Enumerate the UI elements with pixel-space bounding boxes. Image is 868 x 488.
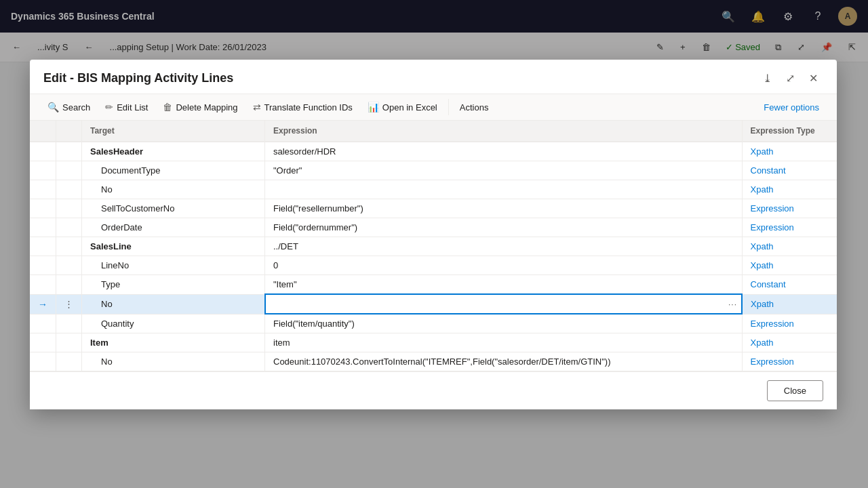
row-target: Item	[82, 333, 265, 352]
modal-minimize-button[interactable]: ⤓	[757, 68, 777, 88]
search-button[interactable]: 🔍 Search	[41, 98, 97, 116]
search-label: Search	[62, 102, 90, 113]
row-expression-type[interactable]: Xpath	[742, 142, 837, 161]
row-indicator	[30, 275, 56, 295]
actions-button[interactable]: Actions	[453, 99, 496, 116]
row-target: OrderDate	[82, 218, 265, 237]
row-target: No	[82, 294, 265, 314]
table-row: SalesLine../DETXpath	[30, 237, 837, 256]
modal-header: Edit - BIS Mapping Activity Lines ⤓ ⤢ ✕	[30, 60, 837, 94]
row-target: No	[82, 180, 265, 199]
translate-fn-label: Translate Function IDs	[264, 102, 353, 113]
row-expression: Field("ordernummer")	[265, 218, 743, 237]
row-expression-type[interactable]: Expression	[742, 199, 837, 218]
table-row: DocumentType"Order"Constant	[30, 161, 837, 180]
row-indicator	[30, 199, 56, 218]
col-header-expression: Expression	[265, 121, 743, 142]
row-expression-type[interactable]: Expression	[742, 314, 837, 333]
close-x-icon: ✕	[809, 72, 818, 85]
table-row: SalesHeadersalesorder/HDRXpath	[30, 142, 837, 161]
translate-fn-button[interactable]: ⇄ Translate Function IDs	[246, 98, 359, 116]
row-target: DocumentType	[82, 161, 265, 180]
row-indicator	[30, 314, 56, 333]
row-expression: Codeunit:11070243.ConvertToInternal("ITE…	[265, 352, 743, 371]
delete-mapping-button[interactable]: 🗑 Delete Mapping	[156, 98, 244, 116]
row-indicator: →	[30, 294, 56, 314]
row-context-menu	[56, 333, 82, 352]
row-target: Type	[82, 275, 265, 295]
search-icon: 🔍	[47, 102, 59, 113]
row-expression: salesorder/HDR	[265, 142, 743, 161]
row-context-menu	[56, 314, 82, 333]
table-row: LineNo0Xpath	[30, 256, 837, 275]
row-target: Quantity	[82, 314, 265, 333]
row-expression-type[interactable]: Xpath	[742, 180, 837, 199]
col-header-type: Expression Type	[742, 121, 837, 142]
row-expression-type[interactable]: Constant	[742, 275, 837, 295]
row-expression-type[interactable]: Constant	[742, 161, 837, 180]
row-indicator	[30, 333, 56, 352]
expression-ellipsis-button[interactable]: ···	[728, 300, 737, 309]
row-expression[interactable]: ···	[265, 294, 743, 314]
row-target: SalesLine	[82, 237, 265, 256]
mapping-table: Target Expression Expression Type SalesH…	[30, 121, 837, 371]
toolbar-more: Fewer options	[757, 99, 826, 116]
delete-mapping-icon: 🗑	[163, 102, 172, 113]
row-expression: "Item"	[265, 275, 743, 295]
edit-list-button[interactable]: ✏ Edit List	[98, 98, 155, 116]
col-header-indicator	[30, 121, 56, 142]
row-expression-type[interactable]: Xpath	[742, 333, 837, 352]
modal-table-container: Target Expression Expression Type SalesH…	[30, 121, 837, 371]
row-indicator	[30, 142, 56, 161]
row-target: SellToCustomerNo	[82, 199, 265, 218]
row-context-menu	[56, 218, 82, 237]
row-indicator	[30, 352, 56, 371]
row-context-menu	[56, 142, 82, 161]
open-excel-button[interactable]: 📊 Open in Excel	[361, 98, 444, 116]
row-target: SalesHeader	[82, 142, 265, 161]
excel-icon: 📊	[368, 102, 379, 113]
row-expression-type[interactable]: Expression	[742, 352, 837, 371]
modal-title: Edit - BIS Mapping Activity Lines	[43, 71, 233, 85]
row-indicator	[30, 218, 56, 237]
modal-overlay: Edit - BIS Mapping Activity Lines ⤓ ⤢ ✕ …	[0, 0, 868, 488]
table-row: Type"Item"Constant	[30, 275, 837, 295]
row-expression-type[interactable]: Xpath	[742, 294, 837, 314]
row-indicator	[30, 161, 56, 180]
row-expression: item	[265, 333, 743, 352]
actions-label: Actions	[460, 102, 489, 113]
expression-input[interactable]	[267, 296, 741, 312]
row-context-menu	[56, 256, 82, 275]
translate-icon: ⇄	[253, 102, 261, 113]
row-indicator	[30, 237, 56, 256]
minimize-icon: ⤓	[763, 72, 772, 85]
table-header-row: Target Expression Expression Type	[30, 121, 837, 142]
col-header-target: Target	[82, 121, 265, 142]
row-indicator	[30, 180, 56, 199]
table-row: QuantityField("item/quantity")Expression	[30, 314, 837, 333]
close-footer-button[interactable]: Close	[767, 380, 823, 401]
row-expression: 0	[265, 256, 743, 275]
delete-mapping-label: Delete Mapping	[176, 102, 237, 113]
row-context-menu	[56, 199, 82, 218]
modal-close-button[interactable]: ✕	[803, 68, 823, 88]
edit-list-label: Edit List	[117, 102, 148, 113]
modal-toolbar: 🔍 Search ✏ Edit List 🗑 Delete Mapping ⇄ …	[30, 94, 837, 121]
row-context-menu	[56, 352, 82, 371]
row-expression-type[interactable]: Xpath	[742, 237, 837, 256]
row-expression: "Order"	[265, 161, 743, 180]
fewer-options-button[interactable]: Fewer options	[757, 99, 826, 116]
table-row: NoCodeunit:11070243.ConvertToInternal("I…	[30, 352, 837, 371]
table-row: SellToCustomerNoField("resellernumber")E…	[30, 199, 837, 218]
modal-dialog: Edit - BIS Mapping Activity Lines ⤓ ⤢ ✕ …	[30, 60, 837, 409]
row-expression-type[interactable]: Expression	[742, 218, 837, 237]
table-body: SalesHeadersalesorder/HDRXpathDocumentTy…	[30, 142, 837, 371]
row-indicator	[30, 256, 56, 275]
modal-maximize-button[interactable]: ⤢	[780, 68, 800, 88]
table-row: ItemitemXpath	[30, 333, 837, 352]
row-context-menu	[56, 275, 82, 295]
modal-footer: Close	[30, 371, 837, 409]
row-expression-type[interactable]: Xpath	[742, 256, 837, 275]
row-expression	[265, 180, 743, 199]
row-context-menu[interactable]: ⋮	[56, 294, 82, 314]
